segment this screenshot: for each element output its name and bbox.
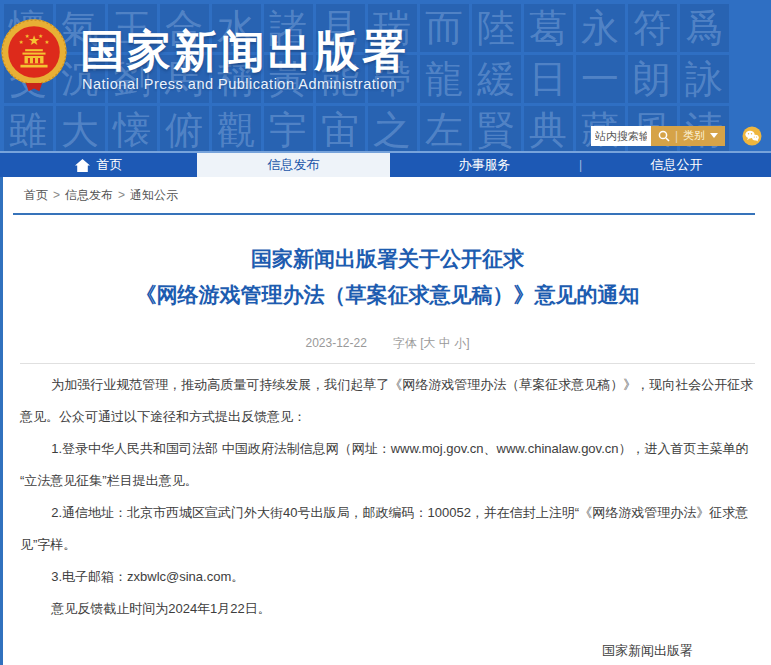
paragraph: 1.登录中华人民共和国司法部 中国政府法制信息网（网址：www.moj.gov.…	[20, 433, 755, 497]
search-icon[interactable]	[658, 130, 670, 142]
nav-home-label: 首页	[97, 156, 123, 174]
publish-date: 2023-12-22	[305, 336, 366, 350]
article-title-line1: 国家新闻出版署关于公开征求	[20, 241, 755, 277]
article-meta: 2023-12-22字体 [大 中 小]	[20, 335, 755, 352]
search-divider: |	[675, 129, 678, 143]
paragraph: 3.电子邮箱：zxbwlc@sina.com。	[20, 561, 755, 593]
nav-item-info-disclosure[interactable]: 信息公开	[582, 153, 771, 177]
breadcrumb: 首页>信息发布>通知公示	[20, 187, 755, 204]
home-icon	[75, 159, 90, 172]
article-page: 首页>信息发布>通知公示 国家新闻出版署关于公开征求 《网络游戏管理办法（草案征…	[0, 177, 771, 665]
search-controls: | 类别	[651, 126, 725, 146]
font-size-label-end: ]	[466, 336, 469, 350]
site-header: 懷氣王合水諸見瑞而陸葛永符爲交沉劉馬稱黃能帶龍緩日一朗詠雖大懐俯觀宇宙之左賢典藏…	[0, 0, 771, 151]
nav-item-services[interactable]: 办事服务	[390, 153, 579, 177]
nav-item-info-release[interactable]: 信息发布	[197, 153, 390, 177]
main-nav: 首页 信息发布 办事服务 | 信息公开	[0, 151, 771, 177]
breadcrumb-separator: >	[53, 188, 60, 202]
paragraph: 2.通信地址：北京市西城区宣武门外大街40号出版局，邮政编码：100052，并在…	[20, 497, 755, 561]
breadcrumb-divider	[13, 213, 755, 215]
signature-block: 国家新闻出版署 2023年12月22日	[20, 635, 755, 665]
title-divider	[20, 363, 755, 364]
svg-text:★: ★	[38, 33, 43, 39]
chevron-down-icon[interactable]	[710, 133, 718, 138]
breadcrumb-separator: >	[118, 188, 125, 202]
wechat-icon[interactable]	[742, 126, 762, 146]
breadcrumb-notices[interactable]: 通知公示	[130, 188, 178, 202]
site-search: | 类别	[591, 125, 762, 146]
article-body: 为加强行业规范管理，推动高质量可持续发展，我们起草了《网络游戏管理办法（草案征求…	[20, 369, 755, 625]
svg-text:★: ★	[25, 33, 30, 39]
national-emblem-logo: ★ ★ ★ ★ ★	[0, 18, 68, 98]
svg-text:★: ★	[19, 39, 24, 45]
article-title: 国家新闻出版署关于公开征求 《网络游戏管理办法（草案征求意见稿）》意见的通知	[20, 241, 755, 313]
svg-text:★: ★	[44, 39, 49, 45]
breadcrumb-info-release[interactable]: 信息发布	[65, 188, 113, 202]
article-title-line2: 《网络游戏管理办法（草案征求意见稿）》意见的通知	[20, 277, 755, 313]
paragraph: 意见反馈截止时间为2024年1月22日。	[20, 593, 755, 625]
nav-item-home[interactable]: 首页	[0, 153, 197, 177]
site-subtitle-en: National Press and Publication Administr…	[82, 76, 397, 92]
breadcrumb-home[interactable]: 首页	[24, 188, 48, 202]
font-size-medium[interactable]: 中	[439, 336, 451, 350]
search-input[interactable]	[591, 126, 651, 146]
font-size-large[interactable]: 大	[424, 336, 436, 350]
font-size-small[interactable]: 小	[454, 336, 466, 350]
paragraph: 为加强行业规范管理，推动高质量可持续发展，我们起草了《网络游戏管理办法（草案征求…	[20, 369, 755, 433]
signature-org: 国家新闻出版署	[20, 635, 693, 665]
category-dropdown-label[interactable]: 类别	[683, 128, 705, 143]
site-title: 国家新闻出版署	[80, 22, 409, 81]
font-size-label: 字体 [	[393, 336, 424, 350]
